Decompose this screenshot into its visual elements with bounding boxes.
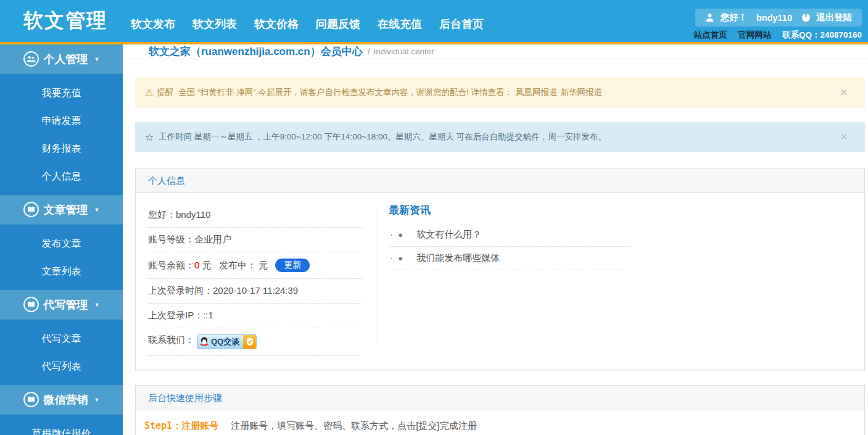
username-text: bndy110 [756,13,792,23]
sidebar-item-invoice[interactable]: 申请发票 [0,107,123,135]
top-links: 站点首页 官网网站 联系QQ：240870160 [685,30,862,41]
news-title: 最新资讯 [389,203,864,217]
sidebar-item-finance-report[interactable]: 财务报表 [0,135,123,162]
panel-title: 后台快速使用步骤 [136,386,864,410]
star-icon: ☆ [145,131,154,143]
nav-item-price[interactable]: 软文价格 [246,13,307,35]
quick-steps-panel: 后台快速使用步骤 Step1：注册账号 注册账号，填写账号、密码、联系方式，点击… [135,385,865,435]
chevron-down-icon: ▼ [94,397,100,403]
logout-button[interactable]: 退出登陆 [816,12,852,23]
nav-item-backend-home[interactable]: 后台首页 [431,13,492,35]
book-icon [23,202,39,217]
chevron-down-icon: ▼ [94,56,100,62]
account-level: 企业用户 [194,234,231,244]
nav-item-list[interactable]: 软文列表 [184,13,246,35]
step1-text: 注册账号，填写账号、密码、联系方式，点击[提交]完成注册 [231,420,476,431]
news-list-item[interactable]: · ● 我们能发布哪些媒体 [389,247,630,270]
top-nav: 软文发布 软文列表 软文价格 问题反馈 在线充值 后台首页 [122,13,492,35]
sidebar-section-wechat[interactable]: 微信营销 ▼ [0,385,123,415]
profile-row-contact: 联系我们：QQ交谈 [148,328,363,356]
profile-row-last-login: 上次登录时间：2020-10-17 11:24:39 [148,279,363,304]
level-label: 账号等级： [148,234,194,244]
breadcrumb-separator: / [368,47,370,57]
book-icon [23,392,39,407]
profile-details: 您好：bndy110 账号等级：企业用户 账号余额：0 元 发布中： 元 更新 … [136,193,376,370]
sidebar-item-recharge[interactable]: 我要充值 [0,79,123,107]
qq-chat-label: QQ交谈 [211,336,239,347]
sidebar-item-personal-info[interactable]: 个人信息 [0,162,123,190]
top-header: 软文管理 软文发布 软文列表 软文价格 问题反馈 在线充值 后台首页 您好！ b… [0,0,868,44]
user-icon [705,13,714,22]
warning-link-xinhua[interactable]: 新华网报道 [560,87,602,98]
warning-link-fenghuang[interactable]: 凤凰网报道 [516,87,558,98]
qq-chat-button[interactable]: QQ交谈 [197,334,257,349]
warning-text: 全国 “扫黄打非·净网” 今起展开，请客户自行检查发布文章内容，谢谢您的配合! … [178,87,513,98]
sidebar: 个人管理 ▼ 我要充值 申请发票 财务报表 个人信息 文章管理 ▼ 发布文章 文… [0,44,123,435]
app-logo: 软文管理 [23,7,107,35]
book-icon [23,297,39,312]
power-icon [801,13,811,22]
update-button[interactable]: 更新 [275,259,310,272]
publishing-unit: 元 [256,260,268,270]
breadcrumb-subtitle: Individual center [374,47,434,56]
bullet-icon: ● [398,230,403,239]
warning-icon: ⚠ [145,87,153,98]
sidebar-item-ghostwrite-list[interactable]: 代写列表 [0,352,123,380]
chevron-down-icon: ▼ [94,302,100,308]
chevron-down-icon: ▼ [94,207,100,213]
sidebar-item-publish-article[interactable]: 发布文章 [0,230,123,257]
bullet-icon: · [390,253,393,264]
bullet-icon: · [390,230,393,241]
sidebar-item-wechat-price[interactable]: 草根微信报价 [0,420,123,435]
panel-title: 个人信息 [136,168,864,193]
users-icon [23,51,39,67]
step1-label: Step1：注册账号 [144,420,218,431]
news-list-item[interactable]: · ● 软文有什么用？ [389,223,630,247]
news-item-text: 我们能发布哪些媒体 [416,252,500,264]
sidebar-section-label: 个人管理 [44,52,88,67]
sidebar-item-article-list[interactable]: 文章列表 [0,257,123,285]
sidebar-section-ghostwriting[interactable]: 代写管理 ▼ [0,290,123,320]
profile-username: bndy110 [176,209,210,220]
info-alert: ☆ 工作时间 星期一～星期五 ，上午9:00~12:00 下午14:00~18:… [135,122,865,152]
warning-alert: ⚠ 提醒 全国 “扫黄打非·净网” 今起展开，请客户自行检查发布文章内容，谢谢您… [135,77,865,108]
site-home-link[interactable]: 站点首页 [693,30,727,39]
sidebar-section-label: 代写管理 [44,297,88,312]
nav-item-publish[interactable]: 软文发布 [122,13,184,35]
breadcrumb: 软文之家（ruanwenzhijia.com.cn）会员中心 / Individ… [123,44,868,59]
step1-row: Step1：注册账号 注册账号，填写账号、密码、联系方式，点击[提交]完成注册 [144,420,852,432]
publishing-label: 发布中： [219,260,256,270]
nav-item-recharge[interactable]: 在线充值 [369,13,431,35]
sidebar-section-label: 微信营销 [44,392,88,407]
official-site-link[interactable]: 官网网站 [738,30,771,39]
qq-verified-shield-icon [243,335,256,349]
sidebar-section-articles[interactable]: 文章管理 ▼ [0,195,123,225]
balance-unit: 元 [199,260,211,270]
qq-penguin-icon [200,337,209,347]
news-section: 最新资讯 · ● 软文有什么用？ · ● 我们能发布哪些媒体 [376,193,864,370]
info-text: 工作时间 星期一～星期五 ，上午9:00~12:00 下午14:00~18:00… [159,131,606,143]
close-icon[interactable]: ✕ [840,131,848,143]
nav-item-feedback[interactable]: 问题反馈 [307,13,369,35]
greeting-label: 您好： [148,209,176,220]
breadcrumb-title: 软文之家（ruanwenzhijia.com.cn）会员中心 [149,44,363,59]
profile-row-last-ip: 上次登录IP：::1 [148,304,363,328]
sidebar-section-label: 文章管理 [44,202,88,217]
last-login-value: 2020-10-17 11:24:39 [213,285,298,296]
last-ip-value: ::1 [203,310,213,320]
bullet-icon: ● [398,254,403,263]
balance-label: 账号余额： [148,260,194,270]
profile-row-greeting: 您好：bndy110 [148,203,363,228]
contact-qq-link[interactable]: 联系QQ：240870160 [782,30,862,39]
warning-label: 提醒 [157,87,173,98]
news-item-text: 软文有什么用？ [416,229,481,241]
user-pill: 您好！ bndy110 退出登陆 [695,9,862,27]
profile-row-balance: 账号余额：0 元 发布中： 元 更新 [148,252,363,279]
personal-info-panel: 个人信息 您好：bndy110 账号等级：企业用户 账号余额：0 元 发布中： … [135,168,865,370]
close-icon[interactable]: ✕ [840,87,848,98]
sidebar-item-ghostwrite-article[interactable]: 代写文章 [0,325,123,352]
last-ip-label: 上次登录IP： [148,310,203,320]
profile-row-level: 账号等级：企业用户 [148,228,363,252]
sidebar-section-personal[interactable]: 个人管理 ▼ [0,44,123,74]
last-login-label: 上次登录时间： [148,285,213,296]
